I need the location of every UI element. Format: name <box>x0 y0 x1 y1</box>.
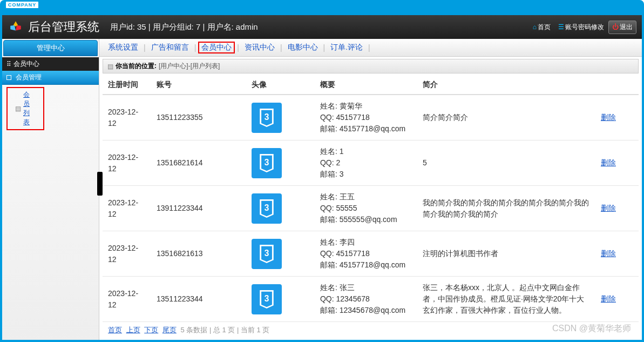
cell-actions: 删除 <box>595 277 639 322</box>
menu-separator: | <box>194 43 196 52</box>
header-user-info: 用户id: 35 | 用户分组id: 7 | 用户名: admin <box>110 22 258 32</box>
svg-text:3: 3 <box>265 203 269 212</box>
avatar-icon: 3 <box>252 148 282 178</box>
cell-summary: 姓名: 张三 QQ: 12345678 邮箱: 12345678@qq.com <box>315 277 417 322</box>
cell-intro: 张三，本名杨xxx，北京人 。起点中文网白金作者，中国作协成员。橙瓜见证·网络文… <box>417 277 595 322</box>
sidebar-group-members[interactable]: ⠿会员中心 <box>2 57 99 71</box>
cell-actions: 删除 <box>595 140 639 186</box>
menu-separator: | <box>323 43 326 52</box>
delete-link[interactable]: 删除 <box>601 158 616 167</box>
menu-separator: | <box>144 43 146 52</box>
logo-icon <box>8 19 24 35</box>
svg-text:3: 3 <box>265 249 269 258</box>
pager: 首页 上页 下页 尾页 5 条数据 | 总 1 页 | 当前 1 页 <box>103 322 639 338</box>
logout-button[interactable]: ⏻退出 <box>608 21 636 34</box>
app-title: 后台管理系统 <box>28 19 99 35</box>
pager-info: 5 条数据 | 总 1 页 | 当前 1 页 <box>181 326 270 334</box>
cell-intro: 注明的计算机图书作者 <box>417 231 595 277</box>
cell-account: 13511223355 <box>151 95 246 140</box>
cell-summary: 姓名: 1 QQ: 2 邮箱: 3 <box>315 140 417 186</box>
cell-intro: 5 <box>417 140 595 186</box>
menu-item-4[interactable]: 电影中心 <box>284 42 321 53</box>
avatar-icon: 3 <box>252 239 282 269</box>
sidebar-item-label: 会员列表 <box>23 90 36 127</box>
table-row: 2023-12-12135112233553姓名: 黄菊华 QQ: 451577… <box>103 95 639 140</box>
pager-next[interactable]: 下页 <box>144 326 158 334</box>
table-header: 概要 <box>315 76 417 95</box>
cell-account: 13911223344 <box>151 186 246 231</box>
svg-text:3: 3 <box>265 294 269 303</box>
home-label: 首页 <box>538 23 551 32</box>
scroll-handle[interactable] <box>97 172 103 196</box>
menu-item-5[interactable]: 订单.评论 <box>327 42 366 53</box>
exit-label: 退出 <box>620 23 633 32</box>
table-row: 2023-12-12135112233443姓名: 张三 QQ: 1234567… <box>103 277 639 322</box>
cell-summary: 姓名: 李四 QQ: 45157718 邮箱: 45157718@qq.com <box>315 231 417 277</box>
members-table: 注册时间账号头像概要简介 2023-12-12135112233553姓名: 黄… <box>103 76 639 322</box>
menu-item-2[interactable]: 会员中心 <box>198 42 235 53</box>
cell-account: 13516821614 <box>151 140 246 186</box>
table-row: 2023-12-12139112233443姓名: 王五 QQ: 55555 邮… <box>103 186 639 231</box>
list-icon: ☰ <box>558 23 564 31</box>
table-header: 注册时间 <box>103 76 151 95</box>
cell-avatar: 3 <box>246 277 315 322</box>
sidebar: 管理中心 ⠿会员中心 会员管理 ▤会员列表 <box>2 39 99 340</box>
home-link[interactable]: ⌂首页 <box>530 21 554 34</box>
pager-prev[interactable]: 上页 <box>126 326 140 334</box>
cell-intro: 我的简介我的简介我的简介我的简介我的简介我的简介我的简介我的简介 <box>417 186 595 231</box>
doc-icon: ▤ <box>15 105 21 112</box>
table-header: 头像 <box>246 76 315 95</box>
menubar: 系统设置 | 广告和留言 | 会员中心 | 资讯中心 | 电影中心 | 订单.评… <box>99 39 642 57</box>
delete-link[interactable]: 删除 <box>601 294 616 303</box>
cell-avatar: 3 <box>246 231 315 277</box>
sidebar-sub-member-mgmt[interactable]: 会员管理 <box>2 71 99 85</box>
doc-icon: ▤ <box>107 63 113 70</box>
avatar-icon: 3 <box>252 284 282 314</box>
change-password-link[interactable]: ☰账号密码修改 <box>555 21 607 34</box>
cell-avatar: 3 <box>246 95 315 140</box>
cell-actions: 删除 <box>595 186 639 231</box>
cell-avatar: 3 <box>246 140 315 186</box>
pwd-label: 账号密码修改 <box>565 23 604 32</box>
home-icon: ⌂ <box>533 23 537 31</box>
avatar-icon: 3 <box>252 103 282 133</box>
cell-intro: 简介简介简介 <box>417 95 595 140</box>
cell-summary: 姓名: 黄菊华 QQ: 45157718 邮箱: 45157718@qq.com <box>315 95 417 140</box>
cell-avatar: 3 <box>246 186 315 231</box>
menu-item-0[interactable]: 系统设置 <box>105 42 141 53</box>
menu-item-1[interactable]: 广告和留言 <box>148 42 192 53</box>
breadcrumb-label: 你当前的位置: <box>116 62 157 71</box>
cell-actions: 删除 <box>595 231 639 277</box>
sidebar-sub-label: 会员管理 <box>16 73 42 82</box>
svg-text:3: 3 <box>265 158 269 167</box>
delete-link[interactable]: 删除 <box>601 249 616 258</box>
table-row: 2023-12-12135168216133姓名: 李四 QQ: 4515771… <box>103 231 639 277</box>
table-header <box>595 76 639 95</box>
sidebar-item-member-list[interactable]: ▤会员列表 <box>6 87 44 130</box>
delete-link[interactable]: 删除 <box>601 113 616 122</box>
table-header: 简介 <box>417 76 595 95</box>
menu-separator: | <box>237 43 239 52</box>
menu-separator: | <box>368 43 370 52</box>
cell-actions: 删除 <box>595 95 639 140</box>
breadcrumb-path: [用户中心]-[用户列表] <box>159 62 220 71</box>
square-icon <box>6 75 11 80</box>
cell-summary: 姓名: 王五 QQ: 55555 邮箱: 555555@qq.com <box>315 186 417 231</box>
cell-date: 2023-12-12 <box>103 186 151 231</box>
sidebar-group-label: 会员中心 <box>13 59 39 69</box>
delete-link[interactable]: 删除 <box>601 204 616 212</box>
pager-first[interactable]: 首页 <box>108 326 122 334</box>
cell-date: 2023-12-12 <box>103 140 151 186</box>
company-tag: COMPANY <box>5 1 39 9</box>
pager-last[interactable]: 尾页 <box>162 326 177 334</box>
table-row: 2023-12-12135168216143姓名: 1 QQ: 2 邮箱: 35… <box>103 140 639 186</box>
cell-date: 2023-12-12 <box>103 277 151 322</box>
cell-date: 2023-12-12 <box>103 95 151 140</box>
cell-date: 2023-12-12 <box>103 231 151 277</box>
power-icon: ⏻ <box>612 23 619 31</box>
grid-icon: ⠿ <box>6 61 10 68</box>
sidebar-tab[interactable]: 管理中心 <box>3 40 98 56</box>
breadcrumb: ▤ 你当前的位置: [用户中心]-[用户列表] <box>103 59 639 73</box>
avatar-icon: 3 <box>252 193 282 224</box>
menu-item-3[interactable]: 资讯中心 <box>241 42 278 53</box>
